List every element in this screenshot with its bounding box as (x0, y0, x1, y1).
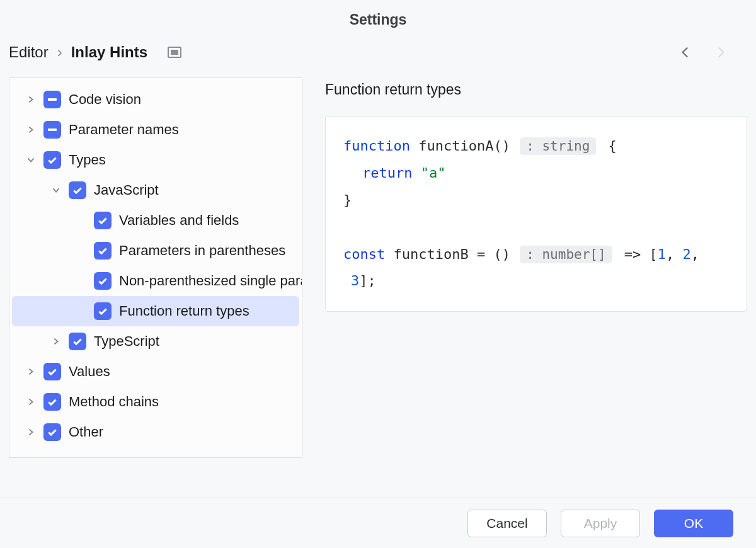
code-fname: functionB (385, 246, 477, 262)
nav-back-button[interactable] (678, 44, 694, 60)
checkbox-checked[interactable] (69, 181, 86, 199)
code-keyword: function (343, 138, 410, 154)
checkbox-checked[interactable] (43, 423, 61, 441)
tree-label: Values (69, 363, 110, 380)
tree-item-code-vision[interactable]: Code vision (9, 84, 302, 115)
tree-label: Method chains (69, 394, 159, 410)
tree-label: Other (69, 424, 103, 440)
code-number: 3 (351, 273, 359, 288)
chevron-right-icon: › (57, 43, 62, 61)
code-fname: functionA (410, 138, 493, 154)
tree-item-values[interactable]: Values (9, 357, 302, 387)
chevron-down-icon[interactable] (50, 184, 62, 197)
code-punc: } (343, 192, 352, 208)
tree-label: Code vision (69, 91, 141, 108)
tree-item-other[interactable]: Other (9, 417, 302, 447)
code-punc: ]; (359, 273, 376, 288)
view-icon[interactable] (168, 47, 181, 58)
tree-item-method-chains[interactable]: Method chains (9, 387, 302, 417)
code-punc: = (477, 246, 494, 262)
checkbox-checked[interactable] (43, 363, 61, 380)
code-keyword: const (343, 246, 385, 262)
code-punc: , (666, 246, 683, 262)
tree-panel[interactable]: Code vision Parameter names Types JavaSc… (9, 77, 302, 458)
tree-label: JavaScript (94, 182, 159, 198)
breadcrumb-current: Inlay Hints (71, 43, 147, 61)
checkbox-indeterminate[interactable] (43, 91, 61, 108)
code-number: 2 (683, 246, 691, 262)
checkbox-indeterminate[interactable] (43, 121, 61, 139)
tree-item-func-return[interactable]: Function return types (12, 296, 299, 326)
ok-button[interactable]: OK (654, 510, 733, 537)
nav-forward-button (712, 44, 728, 60)
code-punc: () (493, 138, 518, 154)
checkbox-checked[interactable] (94, 242, 112, 260)
nav-arrows (678, 44, 728, 60)
inlay-hint: : number[] (520, 246, 612, 263)
chevron-right-icon[interactable] (25, 426, 37, 438)
dialog-footer: Cancel Apply OK (0, 498, 756, 548)
chevron-down-icon[interactable] (25, 154, 37, 166)
header: Editor › Inlay Hints (0, 35, 756, 70)
checkbox-checked[interactable] (94, 302, 112, 320)
code-number: 1 (658, 246, 666, 262)
tree-item-typescript[interactable]: TypeScript (9, 326, 302, 357)
dialog-title: Settings (0, 0, 756, 35)
checkbox-checked[interactable] (43, 393, 61, 411)
inlay-hint: : string (520, 137, 596, 155)
chevron-right-icon[interactable] (25, 396, 37, 408)
tree-label: Function return types (119, 303, 249, 319)
code-preview: function functionA() : string { return "… (325, 116, 747, 312)
code-punc: () (493, 246, 518, 262)
tree-item-vars-fields[interactable]: Variables and fields (9, 205, 302, 236)
code-punc: [ (650, 246, 658, 262)
code-punc: { (600, 138, 617, 154)
code-string: "a" (421, 165, 446, 181)
tree-item-parameter-names[interactable]: Parameter names (9, 115, 302, 145)
checkbox-checked[interactable] (43, 151, 61, 169)
cancel-button[interactable]: Cancel (467, 510, 547, 537)
checkbox-checked[interactable] (94, 272, 112, 290)
breadcrumb: Editor › Inlay Hints (9, 43, 181, 61)
chevron-right-icon[interactable] (25, 365, 37, 378)
apply-button: Apply (561, 510, 640, 537)
tree-label: Non-parenthesized single parameter (119, 273, 302, 289)
tree-label: Parameters in parentheses (119, 243, 285, 259)
chevron-right-icon[interactable] (25, 93, 37, 106)
breadcrumb-parent[interactable]: Editor (9, 43, 49, 61)
tree-label: Variables and fields (119, 212, 239, 229)
chevron-right-icon[interactable] (50, 335, 62, 348)
tree-item-params-paren[interactable]: Parameters in parentheses (9, 236, 302, 266)
checkbox-checked[interactable] (69, 333, 86, 350)
tree-item-javascript[interactable]: JavaScript (9, 175, 302, 205)
code-punc: => (616, 246, 650, 262)
code-keyword: return (362, 165, 412, 181)
section-heading: Function return types (325, 81, 747, 98)
code-punc: , (691, 246, 699, 262)
checkbox-checked[interactable] (94, 212, 112, 229)
tree-item-types[interactable]: Types (9, 145, 302, 175)
chevron-right-icon[interactable] (25, 123, 37, 136)
tree-label: Types (69, 152, 106, 168)
detail-panel: Function return types function functionA… (325, 77, 747, 458)
tree-label: Parameter names (69, 122, 179, 138)
tree-label: TypeScript (94, 333, 159, 350)
tree-item-non-paren[interactable]: Non-parenthesized single parameter (9, 266, 302, 296)
